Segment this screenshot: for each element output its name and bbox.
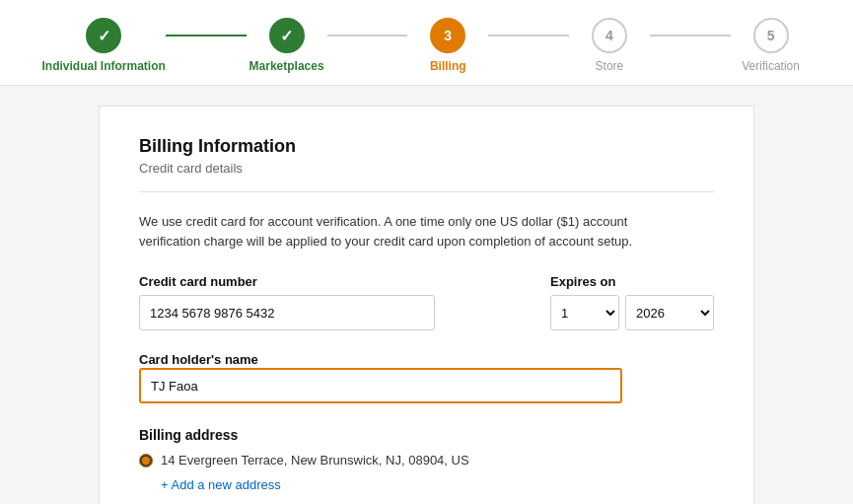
- card-number-group: Credit card number: [139, 274, 531, 330]
- progress-steps: ✓ Individual Information ✓ Marketplaces …: [42, 18, 812, 73]
- address-radio-row: 14 Evergreen Terrace, New Brunswick, NJ,…: [139, 453, 714, 468]
- step-2-label: Marketplaces: [249, 59, 324, 73]
- progress-bar: ✓ Individual Information ✓ Marketplaces …: [0, 0, 853, 86]
- card-number-input[interactable]: [139, 295, 435, 330]
- step-1-label: Individual Information: [42, 59, 166, 73]
- connector-3-4: [488, 35, 569, 36]
- step-4-circle: 4: [592, 18, 627, 53]
- step-1-check: ✓: [98, 27, 110, 45]
- billing-address-title: Billing address: [139, 427, 714, 443]
- step-verification: 5 Verification: [731, 18, 812, 73]
- connector-1-2: [166, 35, 247, 36]
- step-5-circle: 5: [753, 18, 789, 53]
- expires-group: Expires on 1234 5678 9101112 20242025202…: [550, 274, 714, 330]
- step-3-number: 3: [444, 28, 452, 43]
- step-2-check: ✓: [280, 27, 293, 45]
- step-4-label: Store: [596, 59, 624, 73]
- year-select[interactable]: 202420252026 2027202820292030: [625, 295, 714, 330]
- expires-selects: 1234 5678 9101112 202420252026 202720282…: [550, 295, 714, 330]
- step-2-circle: ✓: [269, 18, 305, 53]
- billing-address-section: Billing address 14 Evergreen Terrace, Ne…: [139, 427, 714, 493]
- add-address-link[interactable]: + Add a new address: [161, 477, 281, 492]
- section-subtitle: Credit card details: [139, 161, 714, 176]
- step-store: 4 Store: [569, 18, 650, 73]
- info-text: We use credit card for account verificat…: [139, 212, 691, 251]
- step-marketplaces: ✓ Marketplaces: [247, 18, 327, 73]
- card-expires-row: Credit card number Expires on 1234 5678 …: [139, 274, 714, 330]
- main-content: Billing Information Credit card details …: [99, 106, 754, 504]
- expires-label: Expires on: [550, 274, 714, 289]
- card-number-label: Credit card number: [139, 274, 531, 289]
- section-title: Billing Information: [139, 136, 714, 157]
- step-billing: 3 Billing: [407, 18, 488, 73]
- step-1-circle: ✓: [86, 18, 121, 53]
- step-5-number: 5: [767, 28, 775, 43]
- step-individual-information: ✓ Individual Information: [42, 18, 166, 73]
- cardholder-input[interactable]: [139, 368, 622, 403]
- step-3-circle: 3: [430, 18, 465, 53]
- section-divider: [139, 191, 714, 192]
- connector-2-3: [327, 35, 408, 36]
- step-3-label: Billing: [430, 59, 466, 73]
- cardholder-group: Card holder's name: [139, 350, 714, 403]
- connector-4-5: [650, 35, 731, 36]
- address-text: 14 Evergreen Terrace, New Brunswick, NJ,…: [161, 453, 469, 468]
- step-5-label: Verification: [742, 59, 800, 73]
- step-4-number: 4: [605, 28, 613, 43]
- month-select[interactable]: 1234 5678 9101112: [550, 295, 619, 330]
- cardholder-label: Card holder's name: [139, 352, 258, 367]
- address-radio[interactable]: [139, 454, 153, 468]
